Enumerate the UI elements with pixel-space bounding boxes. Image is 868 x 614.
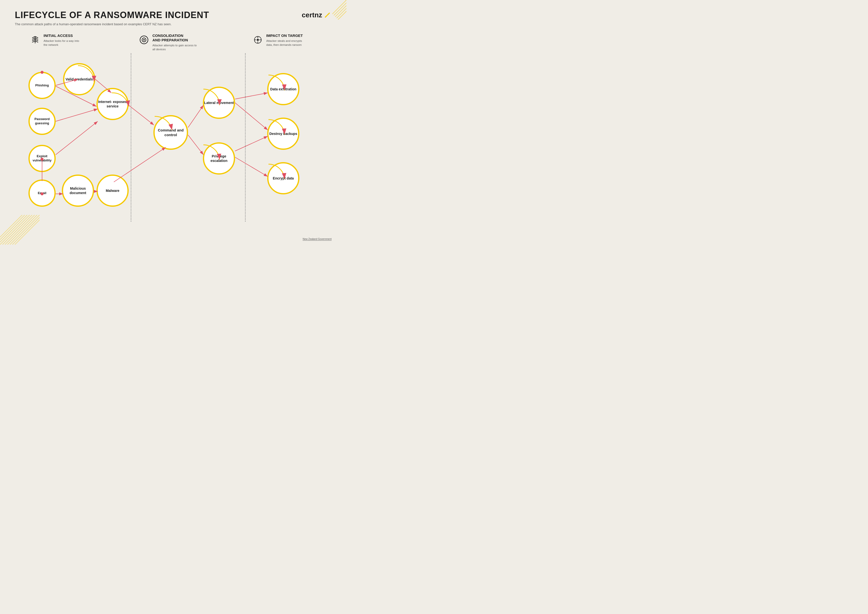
impact-desc: Attacker steals and encryptsdata, then d…: [266, 39, 303, 47]
node-privilege-escalation: Privilege escalation: [203, 142, 235, 174]
section-initial-access: INITIAL ACCESS Attacker looks for a way …: [30, 33, 79, 47]
svg-line-51: [0, 215, 27, 242]
node-internet-exposed: Internet- exposed service: [96, 88, 129, 120]
svg-line-32: [129, 105, 154, 125]
separator-line-2: [245, 53, 246, 222]
svg-line-11: [35, 39, 38, 41]
initial-access-title: INITIAL ACCESS: [43, 33, 79, 38]
svg-line-39: [188, 135, 203, 155]
initial-access-desc: Attacker looks for a way intothe network: [43, 39, 79, 47]
svg-line-38: [188, 105, 203, 127]
node-malware: Malware: [96, 174, 129, 207]
svg-line-9: [35, 38, 38, 39]
node-lateral-movement: Lateral movement: [203, 87, 235, 119]
section-consolidation: CONSOLIDATIONAND PREPARATION Attacker at…: [139, 33, 197, 51]
svg-line-33: [56, 121, 98, 155]
node-exploit-vulnerability: Exploit vulnerability: [28, 145, 56, 172]
logo-text: cert: [302, 11, 315, 19]
svg-point-22: [257, 39, 259, 41]
svg-line-44: [0, 215, 30, 245]
node-phishing: Phishing: [28, 72, 56, 99]
svg-line-43: [235, 157, 268, 177]
svg-line-12: [32, 41, 35, 42]
consolidation-desc: Attacker attempts to gain access toall d…: [152, 44, 197, 51]
svg-line-53: [0, 215, 22, 237]
svg-point-16: [143, 39, 145, 40]
page-title: LIFECYCLE OF A RANSOMWARE INCIDENT: [15, 10, 209, 20]
subtitle: The common attack paths of a human-opera…: [15, 22, 332, 26]
svg-line-31: [56, 109, 98, 121]
corner-decoration-tr: [324, 0, 346, 22]
node-encrypt-data: Encrypt data: [267, 162, 299, 194]
svg-line-40: [235, 93, 268, 99]
svg-line-42: [235, 136, 268, 151]
page: LIFECYCLE OF A RANSOMWARE INCIDENT certn…: [0, 0, 346, 246]
svg-line-8: [32, 38, 35, 39]
initial-access-icon: [30, 34, 40, 45]
svg-line-37: [114, 147, 166, 182]
svg-line-6: [32, 36, 35, 38]
svg-line-7: [35, 36, 38, 38]
svg-line-46: [5, 215, 35, 245]
svg-line-10: [32, 39, 35, 41]
svg-line-13: [35, 41, 38, 42]
svg-line-41: [235, 103, 268, 130]
impact-title: IMPACT ON TARGET: [266, 33, 303, 38]
svg-line-47: [8, 215, 37, 245]
diagram: INITIAL ACCESS Attacker looks for a way …: [15, 33, 332, 227]
separator-line-1: [131, 53, 132, 222]
header: LIFECYCLE OF A RANSOMWARE INCIDENT certn…: [15, 10, 332, 20]
node-valid-credentials: Valid credentials: [63, 63, 95, 95]
consolidation-title: CONSOLIDATIONAND PREPARATION: [152, 33, 197, 42]
footer: New Zealand Government: [302, 238, 332, 241]
consolidation-icon: [139, 34, 149, 45]
node-data-exfiltration: Data exfiltration: [267, 73, 299, 105]
node-destroy-backups: Destroy backups: [267, 118, 299, 150]
node-password-guessing: Password guessing: [28, 108, 56, 135]
logo-nz: nz: [315, 11, 322, 19]
impact-icon: [253, 34, 263, 45]
svg-line-45: [3, 215, 32, 245]
svg-line-49: [12, 218, 40, 245]
svg-line-0: [332, 0, 346, 14]
node-email: Email: [28, 179, 56, 207]
section-impact: IMPACT ON TARGET Attacker steals and enc…: [253, 33, 303, 47]
node-malicious-document: Malicious document: [62, 174, 94, 207]
svg-line-48: [10, 215, 40, 245]
node-command-control: Command and control: [153, 115, 188, 150]
decoration-bottom-left: [0, 215, 40, 246]
